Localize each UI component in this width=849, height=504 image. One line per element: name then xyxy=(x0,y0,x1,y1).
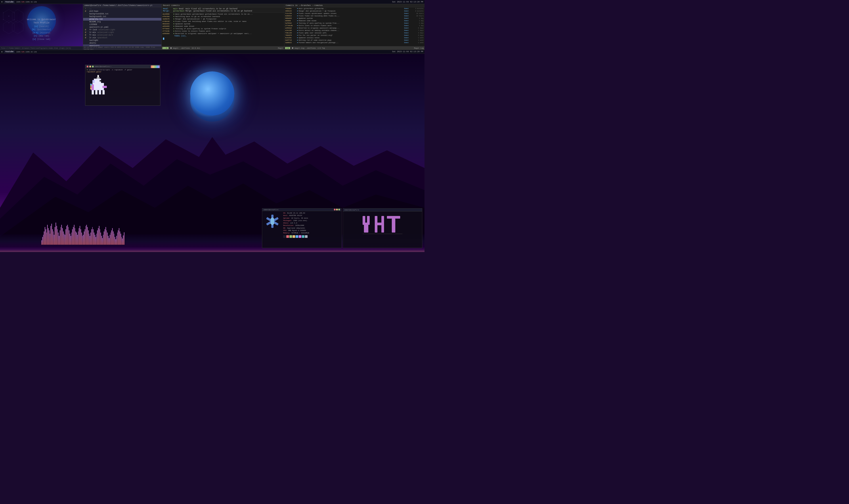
dir-icon: d xyxy=(85,37,88,39)
qute-link-search[interactable]: [o] [Search] xyxy=(0,25,83,28)
git-commit-row[interactable]: a2656b0 ● Reverted to original uwunicorn… xyxy=(162,32,284,35)
commit-list-row[interactable]: 5d4f718 ● Getting rid of some electron p… xyxy=(284,39,424,41)
file-row[interactable]: d fr-mix selenized-dark xyxy=(83,34,161,36)
viz-bar xyxy=(41,240,42,245)
git-commit-row[interactable]: 86d2d43 ● Updated system xyxy=(162,22,284,25)
commit-list-row[interactable]: 70946f0 ● Fix for nix parser on install.… xyxy=(284,34,424,36)
file-row[interactable]: ↑ .. xyxy=(83,7,161,10)
win-min-dot[interactable] xyxy=(89,66,91,68)
viz-bar xyxy=(58,233,59,245)
viz-bar xyxy=(43,235,44,245)
svg-point-4 xyxy=(8,16,9,17)
mid-youtube-tab[interactable]: Youtube xyxy=(4,50,15,53)
qute-link-newtab[interactable]: [t] [New tab] xyxy=(0,35,83,38)
git-commit-row[interactable]: 5f73d42 ● Testing if auto-cpufreq is sys… xyxy=(162,28,284,30)
commit-list-row[interactable]: 62004b4 ● Fixes flake not building when … xyxy=(284,15,424,17)
commit-list-row[interactable]: e14c188 ● Extra detail on adding unstabl… xyxy=(284,29,424,32)
commit-list-row[interactable]: f4b386c ● main gitea/main github/ma... E… xyxy=(284,7,424,10)
file-row[interactable]: d fr-lock selenized-Light xyxy=(83,29,161,31)
viz-bar xyxy=(61,225,62,245)
git-commit-row[interactable]: b7d0cb8 ● Fixes flake not building when … xyxy=(162,20,284,22)
git-cursor-line xyxy=(163,38,164,40)
viz-bar xyxy=(51,224,52,245)
viz-bar xyxy=(56,226,57,245)
mid-bar-icon: ⊞ xyxy=(1,51,2,53)
viz-bar xyxy=(92,227,93,245)
dir-icon: d xyxy=(85,29,88,31)
git-commit-row[interactable]: dee0888 ● main gitea/main gitlab/main gi… xyxy=(162,13,284,15)
win-max-dot[interactable] xyxy=(92,66,94,68)
viz-bar xyxy=(97,230,98,245)
file-row[interactable]: d lr.nix spaceduck xyxy=(83,36,161,39)
pokemon-header-title: emmet@snowfire:~ xyxy=(95,66,112,68)
pokemon-name: rapidash-galar xyxy=(87,71,159,73)
file-row[interactable]: uwunicorn-yt.yaml xyxy=(83,26,161,29)
viz-bar xyxy=(60,227,61,245)
qute-links: [o] [Search] [b] [Quickmarks] [S-h] [His… xyxy=(0,25,83,41)
commit-list-row[interactable]: 086b868 ● Updated system Emmet 1 day xyxy=(284,17,424,19)
datetime: Sat 2023-11-04 02:13:20 PM xyxy=(392,1,423,3)
git-commit-row[interactable]: 4a06bf0 ● Ranger dnd optimization + qb f… xyxy=(162,18,284,20)
viz-bar xyxy=(54,235,54,245)
neo-max-dot[interactable] xyxy=(338,209,340,211)
viz-bar xyxy=(64,234,65,245)
commit-list-row[interactable]: 4060104 ● Ranger dnd optimization + qb f… xyxy=(284,10,424,12)
audio-visualizer xyxy=(41,212,125,248)
svg-rect-28 xyxy=(103,86,107,88)
commit-list-row[interactable]: 8c3130c ● Updated install notes Emmet 1 … xyxy=(284,36,424,39)
status-items: 100% 59% 100% 1% 11% xyxy=(16,1,37,3)
panel-git-log: Recent commits Head: main Head: main Fix… xyxy=(161,4,284,50)
file-row[interactable]: twilight xyxy=(83,39,161,42)
viz-bar xyxy=(69,230,69,245)
file-row-selected[interactable]: polarity.txt xyxy=(83,18,161,21)
git-commit-row[interactable]: ef0c50d ● Switching back to gh as screen… xyxy=(162,15,284,18)
commit-list-row[interactable]: fc1c130 ● Fixes recent qutebrowser updat… xyxy=(284,12,424,15)
qute-link-history[interactable]: [S-h] [History] xyxy=(0,31,83,35)
file-row[interactable]: LICENSE xyxy=(83,23,161,26)
youtube-tab[interactable]: Youtube xyxy=(4,1,15,3)
viz-bar xyxy=(59,236,59,245)
neo-close-dot[interactable] xyxy=(334,209,336,211)
yat-header: emmet@snowfire xyxy=(343,209,422,212)
win-close-dot[interactable] xyxy=(87,66,88,68)
commit-list-row[interactable]: b95068 ● Removed some bloat Emmet 1 day xyxy=(284,19,424,22)
file-row[interactable]: ubuntu xyxy=(83,42,161,44)
mid-status-items: 100% 59% 100% 1% 11% xyxy=(16,51,37,53)
viz-bar xyxy=(60,230,60,245)
file-row[interactable]: background1.txt xyxy=(83,15,161,18)
commits-statusbar: 11k ⬟ magit-log: .dotfiles 1:0 Top Magit… xyxy=(284,46,424,50)
git-commit-row[interactable]: 2774c0b ● Extra lines to ensure flakes w… xyxy=(162,30,284,32)
pokemon-cmd-text: pokemon-colorscripts -n rapidash -f gala… xyxy=(89,69,132,71)
file-row[interactable]: README.org xyxy=(83,21,161,23)
svg-rect-18 xyxy=(97,77,100,79)
viz-bar xyxy=(96,234,97,245)
color-7 xyxy=(302,235,304,238)
neo-min-dot[interactable] xyxy=(336,209,338,211)
commit-list-row[interactable]: 3a06b52 ● Pinned embark and reorganized … xyxy=(284,41,424,44)
viz-bar xyxy=(62,228,63,245)
commit-list-row[interactable]: a2656a0 ● Reverted to original uwunicorn… xyxy=(284,27,424,29)
qute-statusbar: file:///home/emmet/.browser/Tech/config/… xyxy=(0,46,83,50)
viz-bar xyxy=(65,235,65,245)
viz-bar xyxy=(120,231,120,245)
viz-bar xyxy=(74,225,74,245)
qute-link-closetab[interactable]: [x] [Close tab] xyxy=(0,38,83,41)
viz-bar xyxy=(111,230,112,245)
pixel-art-area xyxy=(87,74,159,102)
viz-bar xyxy=(102,238,103,245)
commit-list-row[interactable]: 27744c0b ● Extra lines to ensure flakes … xyxy=(284,24,424,27)
viz-bar xyxy=(119,228,120,245)
commit-list-row[interactable]: f30c130 ● Fixes qemu user session uefi E… xyxy=(284,32,424,34)
qute-link-quickmarks[interactable]: [b] [Quickmarks] xyxy=(0,28,83,31)
file-row[interactable]: d lr-mix selenized-Light xyxy=(83,31,161,34)
commit-list-row[interactable]: 5af93d2 ● Testing if auto-cpufreq is sys… xyxy=(284,22,424,24)
viz-bar xyxy=(46,229,46,245)
file-row[interactable]: background256.txt xyxy=(83,13,161,15)
git-commit-row[interactable]: a950d60 ● Removed some bloat xyxy=(162,25,284,28)
neofetch-header: emmet@snowfire xyxy=(262,209,341,211)
file-row[interactable]: d ald-hope xyxy=(83,10,161,13)
svg-rect-42 xyxy=(375,222,384,225)
viz-bar xyxy=(47,225,48,245)
viz-bar xyxy=(89,234,90,245)
neofetch-win-controls xyxy=(334,209,340,211)
